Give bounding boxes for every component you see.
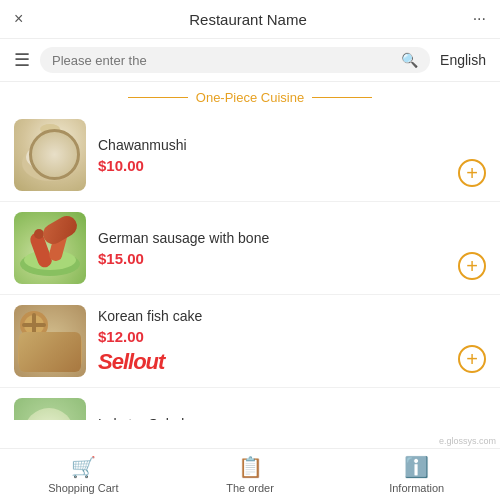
food-image-chawanmushi <box>14 119 86 191</box>
menu-item-lobster: Lobster Salad $15.00 + <box>0 388 500 420</box>
bottom-nav: 🛒 Shopping Cart 📋 The order ℹ️ Informati… <box>0 448 500 500</box>
svg-rect-10 <box>18 335 82 369</box>
svg-point-9 <box>34 229 44 239</box>
menu-item-german-sausage: German sausage with bone $15.00 + <box>0 202 500 295</box>
menu-list: One-Piece Cuisine Chawanmushi $10.00 + <box>0 82 500 420</box>
svg-point-2 <box>30 143 70 167</box>
svg-rect-15 <box>22 323 46 327</box>
category-line-right <box>312 97 372 98</box>
item-price: $12.00 <box>98 328 446 345</box>
item-name: German sausage with bone <box>98 230 446 246</box>
svg-point-4 <box>40 124 60 134</box>
cart-icon: 🛒 <box>71 455 96 479</box>
svg-rect-11 <box>22 339 78 365</box>
menu-item-chawanmushi: Chawanmushi $10.00 + <box>0 109 500 202</box>
food-image-fishcake <box>14 305 86 377</box>
search-input[interactable] <box>52 53 395 68</box>
nav-label-info: Information <box>389 482 444 494</box>
add-button-sausage[interactable]: + <box>458 252 486 280</box>
food-image-lobster <box>14 398 86 420</box>
search-wrap: 🔍 <box>40 47 430 73</box>
svg-rect-3 <box>40 129 60 157</box>
svg-point-1 <box>26 143 74 171</box>
item-name: Korean fish cake <box>98 308 446 324</box>
watermark: e.glossys.com <box>439 436 496 446</box>
item-price: $10.00 <box>98 157 446 174</box>
more-button[interactable]: ··· <box>473 10 486 28</box>
info-icon: ℹ️ <box>404 455 429 479</box>
restaurant-title: Restaurant Name <box>189 11 307 28</box>
sellout-badge: Sellout <box>98 349 446 375</box>
menu-item-fishcake: Korean fish cake $12.00 Sellout + <box>0 295 500 388</box>
nav-label-cart: Shopping Cart <box>48 482 118 494</box>
language-selector[interactable]: English <box>440 52 486 68</box>
search-icon[interactable]: 🔍 <box>401 52 418 68</box>
item-info-sausage: German sausage with bone $15.00 <box>98 230 446 267</box>
nav-item-order[interactable]: 📋 The order <box>167 449 334 500</box>
item-info-chawanmushi: Chawanmushi $10.00 <box>98 137 446 174</box>
search-bar: ☰ 🔍 English <box>0 39 500 82</box>
category-label: One-Piece Cuisine <box>196 90 304 105</box>
nav-label-order: The order <box>226 482 274 494</box>
close-button[interactable]: × <box>14 10 23 28</box>
food-image-sausage <box>14 212 86 284</box>
nav-item-info[interactable]: ℹ️ Information <box>333 449 500 500</box>
menu-list-icon[interactable]: ☰ <box>14 49 30 71</box>
nav-item-cart[interactable]: 🛒 Shopping Cart <box>0 449 167 500</box>
header: × Restaurant Name ··· <box>0 0 500 39</box>
item-info-lobster: Lobster Salad $15.00 <box>98 416 446 421</box>
add-button-chawanmushi[interactable]: + <box>458 159 486 187</box>
order-icon: 📋 <box>238 455 263 479</box>
category-line-left <box>128 97 188 98</box>
svg-point-0 <box>22 145 78 181</box>
item-info-fishcake: Korean fish cake $12.00 Sellout <box>98 308 446 375</box>
item-name: Lobster Salad <box>98 416 446 421</box>
category-header: One-Piece Cuisine <box>0 82 500 109</box>
item-price: $15.00 <box>98 250 446 267</box>
add-button-fishcake[interactable]: + <box>458 345 486 373</box>
item-name: Chawanmushi <box>98 137 446 153</box>
